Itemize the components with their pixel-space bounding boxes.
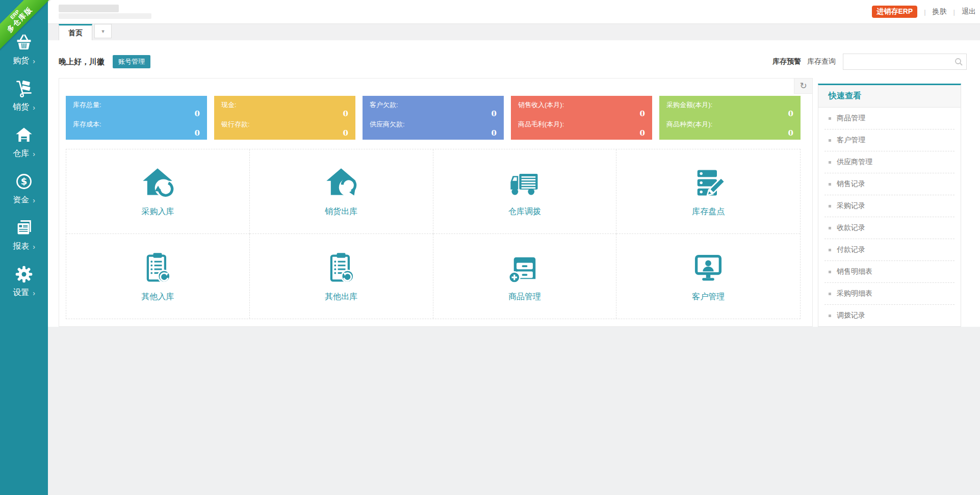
warehouse-icon (15, 126, 33, 144)
sidebar-item-label: 仓库 (13, 148, 29, 159)
report-icon (15, 219, 33, 237)
tab-dropdown-button[interactable]: ▾ (94, 24, 112, 38)
quickview-item-suppliers[interactable]: 供应商管理 (824, 151, 955, 173)
sidebar-item-purchase[interactable]: 购货› (0, 27, 48, 73)
sidebar-item-label: 报表 (13, 241, 29, 252)
shortcut-customer-manage[interactable]: 客户管理 (616, 234, 800, 319)
quickview-item-label: 采购明细表 (837, 289, 872, 298)
greeting-text: 晚上好，川徽 (59, 57, 105, 67)
sidebar-item-settings[interactable]: 设置› (0, 258, 48, 305)
logout-link[interactable]: 退出 (962, 7, 976, 16)
shortcut-purchase-inbound[interactable]: 采购入库 (66, 149, 250, 234)
quick-view-panel: 快速查看 商品管理 客户管理 供应商管理 销售记录 采购记录 收款记录 付款记录… (818, 84, 961, 327)
sidebar-item-label: 销货 (13, 102, 29, 113)
separator: | (924, 8, 925, 16)
chevron-right-icon: › (33, 196, 35, 204)
stat-value: 0 (370, 110, 497, 118)
sidebar-item-funds[interactable]: $ 资金› (0, 166, 48, 212)
stock-query-link[interactable]: 库存查询 (807, 57, 836, 66)
greeting-row: 晚上好，川徽 账号管理 库存预警 库存查询 (48, 40, 980, 70)
quickview-item-label: 采购记录 (837, 201, 865, 211)
change-skin-link[interactable]: 换肤 (933, 7, 947, 16)
stat-card-receivables: 客户欠款:0 供应商欠款:0 (363, 96, 504, 140)
stat-label: 库存成本: (73, 120, 200, 128)
sidebar: 购货› 销货› 仓库› $ 资金› (0, 0, 48, 495)
shortcut-stock-count[interactable]: 库存盘点 (616, 149, 800, 234)
stat-card-cash: 现金:0 银行存款:0 (214, 96, 355, 140)
stat-value: 0 (666, 110, 793, 118)
bullet-icon (829, 293, 831, 295)
shortcut-sales-outbound[interactable]: 销货出库 (250, 149, 433, 234)
quick-view-title: 快速查看 (818, 85, 961, 108)
bullet-icon (829, 183, 831, 186)
stat-label: 商品毛利(本月): (518, 120, 645, 128)
quickview-item-label: 付款记录 (837, 245, 865, 254)
quickview-item-customers[interactable]: 客户管理 (824, 129, 955, 151)
bullet-icon (829, 117, 831, 120)
shortcut-product-manage[interactable]: 商品管理 (433, 234, 617, 319)
chevron-right-icon: › (33, 243, 35, 251)
server-pencil-icon (691, 166, 726, 200)
truck-icon (507, 166, 542, 200)
basket-icon (15, 33, 33, 51)
stat-value: 0 (370, 129, 497, 138)
stat-card-purchase-month: 采购金额(本月):0 商品种类(本月):0 (659, 96, 801, 140)
bullet-icon (829, 249, 831, 251)
shortcut-label: 销货出库 (325, 206, 357, 217)
stat-card-inventory: 库存总量:0 库存成本:0 (66, 96, 207, 140)
stat-label: 现金: (221, 100, 348, 109)
house-arrow-in-icon (140, 166, 175, 200)
quickview-item-purchase-records[interactable]: 采购记录 (824, 195, 955, 217)
account-manage-button[interactable]: 账号管理 (113, 55, 150, 68)
stat-value: 0 (666, 129, 793, 138)
stat-value: 0 (73, 129, 200, 138)
quickview-item-products[interactable]: 商品管理 (824, 108, 955, 129)
clipboard-arrow-in-icon (140, 251, 175, 285)
shortcut-warehouse-transfer[interactable]: 仓库调拨 (433, 149, 617, 234)
quickview-item-label: 供应商管理 (837, 158, 872, 167)
sidebar-item-reports[interactable]: 报表› (0, 212, 48, 258)
shortcut-label: 客户管理 (692, 292, 725, 302)
chevron-right-icon: › (33, 103, 35, 112)
stat-card-sales-month: 销售收入(本月):0 商品毛利(本月):0 (511, 96, 652, 140)
refresh-button[interactable]: ↻ (794, 79, 812, 94)
sidebar-item-sales[interactable]: 销货› (0, 73, 48, 119)
sidebar-item-label: 设置 (13, 288, 29, 298)
erp-badge[interactable]: 进销存ERP (872, 6, 917, 18)
quickview-item-label: 调拨记录 (837, 311, 865, 320)
quickview-item-label: 销售明细表 (837, 267, 872, 276)
stat-value: 0 (221, 129, 348, 138)
shortcut-other-outbound[interactable]: 其他出库 (250, 234, 433, 319)
tab-home[interactable]: 首页 (59, 24, 92, 40)
stock-search (843, 54, 967, 70)
monitor-user-icon (691, 251, 726, 285)
stat-label: 供应商欠款: (370, 120, 497, 128)
quickview-item-transfer-records[interactable]: 调拨记录 (824, 305, 955, 326)
erp-dashboard: 购货› 销货› 仓库› $ 资金› (0, 0, 980, 495)
separator: | (953, 8, 955, 16)
main-area: 进销存ERP | 换肤 | 退出 首页 ▾ 晚上好，川徽 账号管理 库存预警 库… (48, 0, 980, 495)
shortcut-other-inbound[interactable]: 其他入库 (66, 234, 250, 319)
shortcut-label: 仓库调拨 (508, 206, 541, 217)
shortcut-label: 采购入库 (141, 206, 174, 217)
bullet-icon (829, 139, 831, 142)
quickview-item-payment-records[interactable]: 付款记录 (824, 239, 955, 261)
dashboard-panel: ↻ 库存总量:0 库存成本:0 现金:0 银行存款:0 客户欠款:0 供应商欠款… (59, 78, 813, 327)
stat-value: 0 (221, 110, 348, 118)
shortcut-label: 其他入库 (141, 292, 174, 302)
quickview-item-sales-detail[interactable]: 销售明细表 (824, 261, 955, 283)
quickview-item-purchase-detail[interactable]: 采购明细表 (824, 283, 955, 305)
svg-text:$: $ (21, 176, 28, 187)
quickview-item-receipt-records[interactable]: 收款记录 (824, 217, 955, 239)
search-input[interactable] (843, 54, 967, 70)
bullet-icon (829, 205, 831, 207)
clipboard-arrow-out-icon (324, 251, 358, 285)
search-icon[interactable] (955, 58, 963, 66)
stat-label: 销售收入(本月): (518, 100, 645, 109)
dollar-circle-icon: $ (15, 172, 33, 191)
sidebar-item-label: 购货 (13, 56, 29, 66)
quickview-item-sales-records[interactable]: 销售记录 (824, 173, 955, 195)
sidebar-item-warehouse[interactable]: 仓库› (0, 119, 48, 166)
stat-value: 0 (518, 110, 645, 118)
stock-warning-link[interactable]: 库存预警 (772, 57, 801, 66)
